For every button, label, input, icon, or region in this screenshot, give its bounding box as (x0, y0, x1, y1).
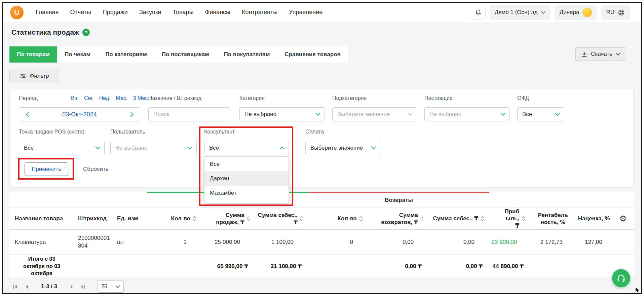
row-actions-cell (612, 229, 634, 255)
search-input[interactable] (148, 107, 230, 121)
top-navbar: U Главная Отчеты Продажи Закупки Товары … (3, 3, 641, 22)
chevron-left-icon (25, 112, 30, 117)
chevron-down-icon (116, 285, 120, 288)
subcategory-value: Выберите значение (337, 111, 390, 118)
column-header-profit[interactable]: Прибыль, ₸ (489, 208, 530, 230)
nav-item-home[interactable]: Главная (36, 9, 59, 16)
tab-by-buyers[interactable]: По покупателям (217, 46, 277, 63)
bell-icon (475, 9, 482, 16)
language-selector[interactable]: RU (601, 5, 630, 20)
markup-cell: 127,00 (575, 229, 612, 255)
nav-item-sales[interactable]: Продажи (103, 9, 128, 16)
column-header-sales-sum[interactable]: Сумма продаж, ₸ (201, 208, 255, 230)
totals-return-sum: 0,00 ₸ (368, 255, 428, 277)
sort-icon (521, 216, 526, 222)
column-header-name: Название товара (9, 208, 74, 230)
page-title-row: Статистика продаж ? (11, 28, 90, 36)
column-header-return-sum[interactable]: Сумма возвратов, ₸ (368, 208, 428, 230)
nav-item-reports[interactable]: Отчеты (70, 9, 91, 16)
column-header-cost-sum[interactable]: Сумма себес., ₸ (255, 208, 308, 230)
consultant-option-all[interactable]: Все (204, 157, 289, 171)
payment-select[interactable]: Выберите значение (305, 141, 380, 155)
chevron-down-icon (95, 146, 100, 150)
consultant-label: Консультант (204, 129, 289, 135)
user-select[interactable]: Не выбрано (110, 141, 197, 155)
pos-select[interactable]: Все (19, 141, 105, 155)
first-page-button[interactable] (9, 281, 21, 292)
field-search: Название / Штрихкод (148, 95, 230, 121)
quick-yesterday[interactable]: Вч. (71, 95, 79, 101)
nav-item-counterparties[interactable]: Контрагенты (242, 9, 277, 16)
quick-today[interactable]: Сег. (84, 95, 94, 101)
consultant-option-makhambet[interactable]: Махамбет (204, 186, 289, 200)
notifications-button[interactable] (471, 5, 486, 20)
prev-page-button[interactable] (21, 281, 32, 292)
filter-toggle-button[interactable]: Фильтр (9, 69, 59, 83)
totals-cost-sum: 21 100,00 ₸ (255, 255, 308, 277)
ofd-label: ОФД (517, 95, 564, 101)
quick-month[interactable]: Мес. (116, 95, 128, 101)
nav-item-products[interactable]: Товары (173, 9, 194, 16)
app-logo[interactable]: U (10, 6, 24, 19)
quick-3months[interactable]: 3 Мес. (133, 95, 149, 101)
consultant-select[interactable]: Все (204, 141, 289, 155)
supplier-value: Не выбрано (429, 111, 461, 118)
tab-by-receipts[interactable]: По чекам (57, 46, 98, 63)
sort-icon (420, 216, 424, 222)
column-settings-button[interactable]: ⚙ (612, 208, 634, 230)
prev-page-icon (24, 284, 30, 290)
column-header-unit: Ед. изм (111, 208, 147, 230)
supplier-select[interactable]: Не выбрано (424, 107, 510, 121)
last-page-icon (80, 284, 86, 290)
chevron-down-icon (315, 113, 320, 116)
download-button[interactable]: Скачать (575, 47, 626, 61)
next-page-icon (69, 284, 75, 290)
nav-item-purchases[interactable]: Закупки (139, 9, 161, 16)
tab-by-products[interactable]: По товарам (9, 46, 57, 63)
user-menu[interactable]: Динара (555, 5, 597, 20)
apply-button[interactable]: Применить (25, 162, 68, 176)
chevron-down-icon (616, 53, 620, 56)
consultant-option-darkhan[interactable]: Дархан (204, 171, 289, 186)
sort-icon (300, 216, 304, 222)
app-window: U Главная Отчеты Продажи Закупки Товары … (2, 2, 642, 294)
column-header-return-cost[interactable]: Сумма себес., ₸ (428, 208, 489, 230)
category-label: Категория (239, 95, 325, 101)
date-display[interactable]: 03-Окт-2024 (35, 108, 124, 121)
tab-by-suppliers[interactable]: По поставщикам (154, 46, 217, 63)
field-subcategory: Подкатегория Выберите значение (332, 95, 417, 121)
help-icon[interactable]: ? (82, 29, 90, 36)
page-size-select[interactable]: 25 (98, 281, 124, 293)
user-filter-label: Пользователь (110, 129, 197, 135)
reset-button[interactable]: Сбросить (76, 162, 115, 176)
chevron-down-icon (187, 146, 192, 150)
return-qty-cell: 0 (308, 229, 368, 255)
column-header-return-qty[interactable]: Кол-во (308, 208, 368, 230)
column-header-qty[interactable]: Кол-во (147, 208, 201, 230)
barcode-cell: 2100000001804 (74, 229, 111, 255)
period-prev-button[interactable] (19, 108, 35, 121)
tab-product-comparison[interactable]: Сравнение товаров (277, 46, 348, 63)
totals-return-cost: 0,00 ₸ (428, 255, 489, 277)
qty-cell: 1 (147, 229, 201, 255)
ofd-select[interactable]: Все (517, 107, 564, 121)
payment-label: Оплата (305, 129, 380, 135)
period-next-button[interactable] (124, 108, 140, 121)
unit-cell: шт (111, 229, 147, 255)
download-icon (581, 51, 588, 58)
nav-item-finance[interactable]: Финансы (205, 9, 230, 16)
support-chat-button[interactable] (612, 269, 630, 287)
last-page-button[interactable] (77, 281, 89, 292)
chevron-down-icon (555, 113, 560, 116)
nav-item-management[interactable]: Управление (289, 9, 323, 16)
company-selector[interactable]: Демо 1 (Осн) лд (490, 5, 551, 20)
next-page-button[interactable] (66, 281, 77, 292)
chevron-down-icon (500, 113, 505, 116)
chevron-up-icon (279, 146, 285, 150)
pos-label: Точка продаж POS (счета) (19, 129, 105, 135)
table-row[interactable]: Клавиатура 2100000001804 шт 1 25 000,00 … (9, 229, 634, 255)
subcategory-select[interactable]: Выберите значение (332, 107, 417, 121)
tab-by-categories[interactable]: По категориям (98, 46, 154, 63)
quick-week[interactable]: Нед. (99, 95, 111, 101)
category-select[interactable]: Не выбрано (239, 107, 325, 121)
